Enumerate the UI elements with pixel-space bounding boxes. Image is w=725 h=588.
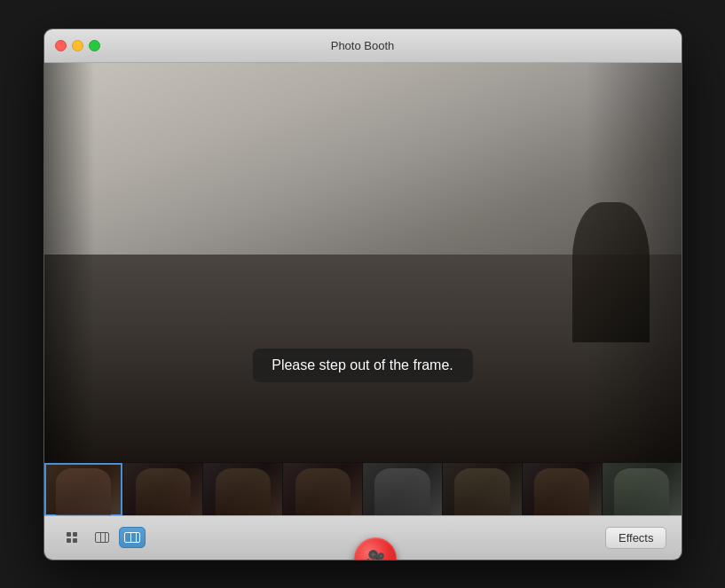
window-title: Photo Booth bbox=[331, 39, 395, 52]
thumb-face-2 bbox=[216, 468, 271, 515]
grid-cell bbox=[73, 538, 77, 543]
grid-4-icon bbox=[67, 532, 77, 543]
thumb-face-7 bbox=[614, 468, 669, 515]
thumbnail-strip bbox=[44, 462, 682, 515]
title-bar: Photo Booth bbox=[44, 29, 682, 63]
camera-icon: 🎥 bbox=[366, 549, 385, 561]
camera-scene bbox=[44, 63, 682, 462]
effects-button[interactable]: Effects bbox=[605, 527, 667, 549]
toast-message: Please step out of the frame. bbox=[252, 349, 473, 382]
thumb-face-0 bbox=[56, 468, 111, 515]
thumbnail-5[interactable] bbox=[443, 463, 523, 515]
photo-booth-window: Photo Booth Please step out of the frame… bbox=[43, 28, 682, 561]
thumb-face-5 bbox=[454, 468, 509, 515]
minimize-button[interactable] bbox=[72, 40, 83, 51]
thumbnail-3[interactable] bbox=[283, 463, 363, 515]
grid-mode-button[interactable] bbox=[59, 527, 85, 548]
video-mode-button[interactable] bbox=[119, 527, 146, 548]
toolbar-left bbox=[59, 527, 146, 548]
shadow-left bbox=[44, 63, 95, 462]
toolbar-right: Effects bbox=[605, 527, 667, 549]
close-button[interactable] bbox=[55, 40, 67, 51]
thumbnail-4[interactable] bbox=[363, 463, 443, 515]
strip-mode-button[interactable] bbox=[89, 527, 115, 548]
maximize-button[interactable] bbox=[89, 40, 100, 51]
thumb-face-4 bbox=[374, 468, 429, 515]
thumbnail-1[interactable] bbox=[123, 463, 203, 515]
thumb-face-6 bbox=[534, 468, 589, 515]
grid-cell bbox=[73, 532, 77, 537]
traffic-lights bbox=[55, 40, 100, 51]
dark-figure bbox=[572, 202, 649, 342]
video-strip-icon bbox=[124, 532, 140, 543]
thumbnail-6[interactable] bbox=[523, 463, 603, 515]
record-button[interactable]: 🎥 bbox=[354, 537, 397, 561]
thumbnail-2[interactable] bbox=[203, 463, 283, 515]
thumb-face-1 bbox=[136, 468, 191, 515]
strip-icon bbox=[95, 532, 109, 543]
thumb-face-3 bbox=[295, 468, 350, 515]
camera-view: Please step out of the frame. bbox=[44, 63, 682, 462]
toolbar: 🎥 Effects bbox=[44, 515, 682, 560]
grid-cell bbox=[67, 532, 71, 537]
thumbnail-7[interactable] bbox=[603, 463, 682, 515]
thumbnail-0[interactable] bbox=[44, 463, 124, 515]
grid-cell bbox=[67, 538, 71, 543]
